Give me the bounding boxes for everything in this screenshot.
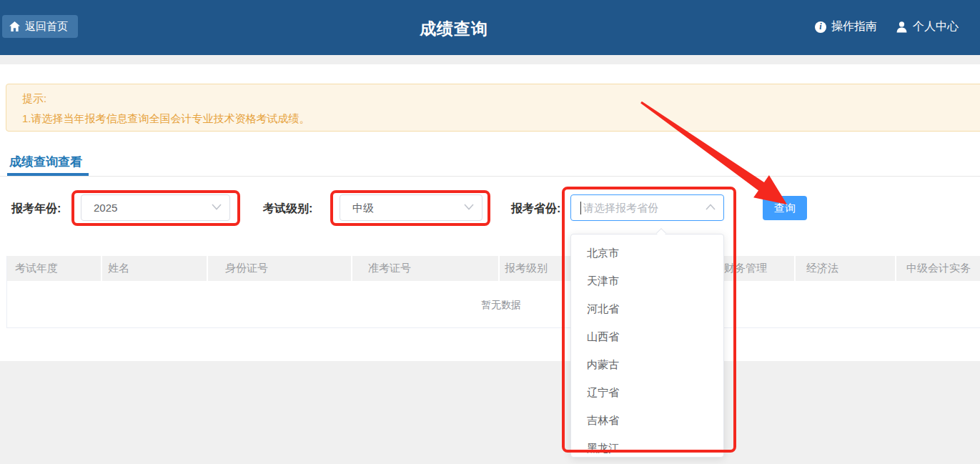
province-select-placeholder: 请选择报考省份 [583, 202, 658, 214]
column-header-financial-management: 财务管理 [724, 262, 767, 275]
dropdown-option-tianjin[interactable]: 天津市 [571, 267, 723, 295]
column-divider [895, 256, 896, 281]
dropdown-option-liaoning[interactable]: 辽宁省 [571, 378, 723, 406]
chevron-down-icon [212, 204, 222, 210]
province-dropdown-panel: 北京市 天津市 河北省 山西省 内蒙古 辽宁省 吉林省 黑龙江 [570, 234, 724, 458]
chevron-down-icon [464, 204, 474, 210]
back-home-label: 返回首页 [25, 20, 68, 34]
level-select-value: 中级 [352, 202, 374, 214]
column-header-exam-year: 考试年度 [15, 262, 58, 275]
tab-score-query-view[interactable]: 成绩查询查看 [9, 154, 82, 170]
dropdown-option-hebei[interactable]: 河北省 [571, 295, 723, 322]
operation-guide-label: 操作指南 [831, 19, 877, 34]
column-divider [794, 256, 796, 281]
info-circle-icon: i [815, 21, 826, 33]
column-header-id-number: 身份证号 [225, 262, 268, 275]
column-header-exam-level: 报考级别 [505, 262, 548, 275]
year-label: 报考年份: [11, 202, 61, 217]
table-header-row: 考试年度 姓名 身份证号 准考证号 报考级别 财务管理 经济法 中级会计实务 [7, 256, 980, 281]
header-sub-strip [0, 55, 980, 64]
level-label: 考试级别: [263, 202, 312, 217]
score-query-page: 返回首页 成绩查询 i 操作指南 个人中心 提示: 1.请选择当年报考信息查询全… [0, 0, 980, 464]
notice-line: 1.请选择当年报考信息查询全国会计专业技术资格考试成绩。 [22, 112, 310, 126]
user-center-label: 个人中心 [913, 19, 959, 34]
dropdown-option-beijing[interactable]: 北京市 [571, 239, 723, 267]
level-select[interactable]: 中级 [340, 194, 482, 221]
results-table: 考试年度 姓名 身份证号 准考证号 报考级别 财务管理 经济法 中级会计实务 暂… [6, 256, 980, 328]
dropdown-option-shanxi[interactable]: 山西省 [571, 322, 723, 350]
dropdown-option-neimenggu[interactable]: 内蒙古 [571, 350, 723, 378]
column-divider [351, 256, 352, 281]
column-header-intermediate-accounting: 中级会计实务 [906, 262, 971, 275]
page-footer: 指导单位：中华人民共和国财政部 承办单位：财 网站声明 京ICP备0500286… [0, 361, 980, 464]
column-divider [498, 256, 500, 281]
tab-divider-line [0, 176, 980, 177]
year-select-value: 2025 [94, 202, 117, 214]
column-header-admission-ticket: 准考证号 [368, 262, 411, 275]
province-dropdown-list: 北京市 天津市 河北省 山西省 内蒙古 辽宁省 吉林省 黑龙江 [571, 235, 723, 458]
dropdown-option-jilin[interactable]: 吉林省 [571, 406, 723, 434]
notice-title: 提示: [22, 92, 46, 106]
top-navigation-bar: 返回首页 成绩查询 i 操作指南 个人中心 [0, 0, 980, 55]
column-header-economic-law: 经济法 [806, 262, 838, 275]
back-home-button[interactable]: 返回首页 [2, 15, 78, 38]
text-caret [580, 202, 581, 214]
home-icon [9, 21, 20, 31]
column-divider [207, 256, 208, 281]
page-title: 成绩查询 [420, 18, 488, 40]
query-button[interactable]: 查询 [763, 196, 807, 220]
notice-box: 提示: 1.请选择当年报考信息查询全国会计专业技术资格考试成绩。 [6, 84, 980, 132]
user-center-link[interactable]: 个人中心 [896, 19, 959, 34]
province-select[interactable]: 请选择报考省份 [570, 194, 724, 221]
topbar-links: i 操作指南 个人中心 [815, 19, 959, 34]
column-header-name: 姓名 [108, 262, 129, 275]
user-icon [896, 21, 908, 33]
column-divider [101, 256, 102, 281]
operation-guide-link[interactable]: i 操作指南 [815, 19, 877, 34]
table-empty-text: 暂无数据 [7, 299, 980, 312]
dropdown-option-heilongjiang[interactable]: 黑龙江 [571, 434, 723, 458]
chevron-up-icon [706, 204, 716, 210]
province-label: 报考省份: [511, 202, 560, 217]
year-select[interactable]: 2025 [81, 194, 230, 221]
